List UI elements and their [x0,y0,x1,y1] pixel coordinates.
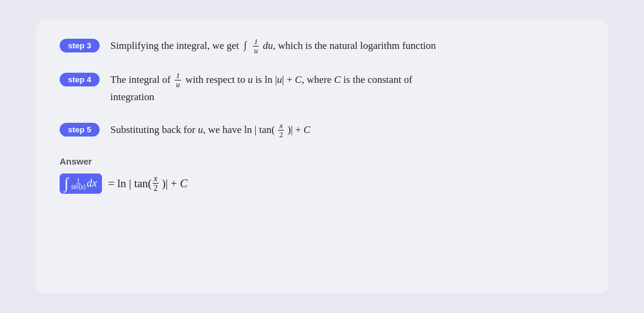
sin-label: sin(x) [71,184,85,190]
step-5-row: step 5 Substituting back for u, we have … [60,122,578,140]
dx-label: dx [87,177,97,190]
main-container: step 3 Simplifying the integral, we get … [36,20,608,294]
answer-formula: ∫ 1 sin(x) dx = ln | tan( x 2 )| + C [60,173,578,194]
step-3-badge: step 3 [60,39,100,52]
step-5-text: Substituting back for u, we have ln | ta… [110,122,310,140]
step-4-badge: step 4 [60,73,100,86]
integral-symbol: ∫ [64,176,69,191]
step-4-row: step 4 The integral of 1 u with respect … [60,72,578,105]
answer-rest: )| + C [162,177,187,190]
step-3-text: Simplifying the integral, we get ∫ 1 u d… [110,38,436,55]
integral-highlighted: ∫ 1 sin(x) dx [60,173,102,194]
step-5-badge: step 5 [60,123,100,137]
equals-sign: = ln | tan( [106,177,152,190]
answer-label: Answer [60,156,578,166]
step-4-text: The integral of 1 u with respect to u is… [110,72,412,105]
answer-section: Answer ∫ 1 sin(x) dx = ln | tan( x 2 )| … [60,156,578,194]
step-3-row: step 3 Simplifying the integral, we get … [60,38,578,55]
